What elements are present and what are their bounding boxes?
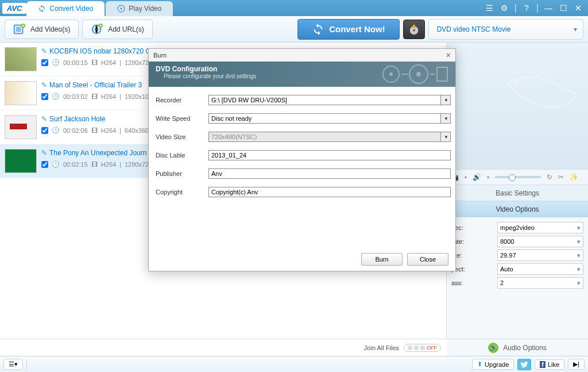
dialog-title-text: Burn: [153, 52, 167, 59]
minimize-icon[interactable]: —: [543, 3, 554, 13]
recorder-select[interactable]: G:\ [DVD RW DRU-V200S]▼: [208, 95, 451, 105]
svg-rect-8: [513, 80, 518, 85]
button-label: Add Video(s): [30, 25, 70, 33]
disc-label-input[interactable]: [208, 150, 451, 160]
audio-options-bar[interactable]: 🔊 Audio Options: [447, 339, 588, 356]
side-panel: 📷▾ 🔊▾ ↻ ✂ ✨ Basic Settings Video Options…: [447, 43, 588, 356]
join-files-bar: Join All Files OFF: [0, 339, 447, 356]
close-button[interactable]: Close: [407, 253, 448, 266]
play-icon: [117, 5, 125, 13]
facebook-like-button[interactable]: fLike: [535, 359, 564, 370]
bitrate-select[interactable]: 8000: [497, 236, 583, 247]
film-icon: 🎞: [91, 59, 98, 66]
svg-point-14: [416, 72, 421, 76]
pencil-icon[interactable]: ✎: [41, 149, 47, 157]
codec-select[interactable]: mpeg2video: [497, 222, 583, 233]
copyright-label: Copyright: [153, 189, 208, 195]
preview-area: [447, 43, 588, 169]
twitter-button[interactable]: [517, 359, 531, 370]
dvd-graphic-icon: [381, 64, 450, 85]
add-urls-button[interactable]: Add URL(s): [82, 20, 153, 39]
titlebar: AVC Convert Video Play Video ☰ ⚙ | ? | —…: [0, 0, 588, 16]
video-thumbnail: [5, 81, 37, 105]
clock-icon: 🕒: [52, 59, 60, 66]
video-checkbox[interactable]: [41, 59, 48, 66]
filmstrip-icon: [502, 66, 582, 123]
copyright-input[interactable]: [208, 187, 451, 197]
pass-select[interactable]: 2: [497, 277, 583, 289]
app-logo: AVC: [2, 3, 26, 14]
video-thumbnail: [5, 149, 37, 173]
volume-icon[interactable]: 🔊: [473, 173, 481, 181]
aspect-select[interactable]: Auto: [497, 263, 583, 275]
film-icon: 🎞: [91, 93, 98, 100]
film-icon: 🎞: [91, 127, 98, 134]
join-files-label: Join All Files: [364, 344, 399, 351]
burn-button[interactable]: Burn: [361, 253, 403, 266]
clock-icon: 🕒: [52, 160, 60, 168]
bitrate-label: rate:: [451, 238, 497, 245]
publisher-label: Publisher: [153, 170, 208, 177]
svg-rect-2: [16, 26, 21, 32]
svg-rect-15: [437, 67, 447, 81]
upload-icon: ⬆: [477, 361, 482, 368]
video-size-label: Video Size: [153, 133, 208, 140]
statusbar: ☰▾ ⬆Upgrade fLike ▶|: [0, 356, 588, 372]
join-files-toggle[interactable]: OFF: [404, 344, 441, 352]
write-speed-select[interactable]: Disc not ready▼: [208, 113, 451, 124]
video-codec: H264: [101, 59, 116, 66]
facebook-icon: f: [540, 361, 546, 368]
video-duration: 00:02:06: [63, 127, 88, 134]
scissors-icon[interactable]: ✂: [558, 173, 564, 181]
video-checkbox[interactable]: [41, 127, 48, 134]
burn-dialog: Burn × DVD Configuration Please configur…: [148, 48, 456, 271]
pencil-icon[interactable]: ✎: [41, 47, 47, 55]
help-icon[interactable]: ?: [521, 3, 532, 13]
aspect-label: pect:: [451, 266, 497, 273]
toolbar: Add Video(s) Add URL(s) Convert Now! DVD…: [0, 16, 588, 43]
burn-disc-button[interactable]: [403, 20, 425, 39]
svg-rect-9: [525, 76, 529, 80]
tab-play-video[interactable]: Play Video: [106, 1, 173, 16]
dialog-titlebar[interactable]: Burn ×: [149, 49, 455, 62]
disc-icon: [408, 23, 420, 36]
close-icon[interactable]: ✕: [573, 3, 583, 13]
volume-slider[interactable]: [495, 176, 541, 178]
video-res: 640x360: [125, 127, 149, 134]
tab-label: Convert Video: [49, 5, 93, 13]
list-view-button[interactable]: ☰▾: [3, 359, 23, 370]
globe-plus-icon: [91, 23, 103, 36]
dialog-footer: Burn Close: [149, 248, 455, 271]
next-button[interactable]: ▶|: [568, 359, 585, 370]
video-size-select: 720x480(NTSC)▼: [208, 132, 451, 142]
publisher-input[interactable]: [208, 168, 451, 179]
film-icon: 🎞: [91, 161, 98, 168]
gear-icon[interactable]: ⚙: [500, 3, 510, 13]
tab-convert-video[interactable]: Convert Video: [26, 1, 105, 16]
convert-now-button[interactable]: Convert Now!: [297, 19, 400, 40]
tab-video-options[interactable]: Video Options: [447, 201, 588, 217]
pencil-icon[interactable]: ✎: [41, 81, 47, 89]
clock-icon: 🕒: [52, 126, 60, 134]
framerate-select[interactable]: 29.97: [497, 250, 583, 261]
output-preset-select[interactable]: DVD video NTSC Movie: [428, 19, 583, 40]
svg-point-7: [413, 29, 415, 32]
svg-rect-10: [536, 74, 541, 79]
pencil-icon[interactable]: ✎: [41, 115, 47, 123]
rotate-icon[interactable]: ↻: [547, 173, 552, 181]
video-title: Man of Steel - Official Trailer 3: [49, 81, 142, 89]
button-label: Convert Now!: [329, 24, 385, 34]
maximize-icon[interactable]: ☐: [558, 3, 568, 13]
tab-basic-settings[interactable]: Basic Settings: [447, 185, 588, 201]
menu-icon[interactable]: ☰: [485, 3, 495, 13]
video-checkbox[interactable]: [41, 161, 48, 168]
video-duration: 00:02:15: [63, 161, 88, 168]
pass-label: ass:: [451, 279, 497, 286]
dialog-close-icon[interactable]: ×: [446, 51, 451, 60]
video-title: The Pony An Unexpected Journ: [49, 149, 146, 157]
upgrade-button[interactable]: ⬆Upgrade: [472, 359, 514, 370]
speaker-icon: 🔊: [488, 343, 498, 353]
video-checkbox[interactable]: [41, 93, 48, 100]
add-videos-button[interactable]: Add Video(s): [5, 20, 79, 39]
wand-icon[interactable]: ✨: [570, 173, 578, 181]
